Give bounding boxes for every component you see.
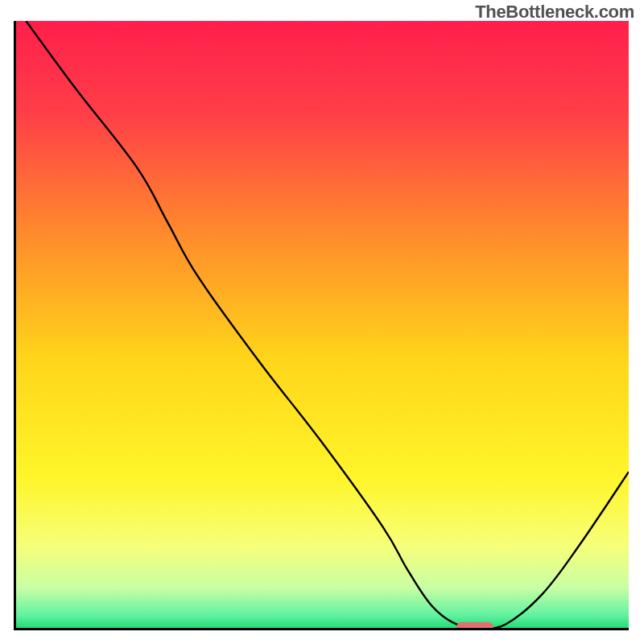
watermark-text: TheBottleneck.com <box>475 2 634 23</box>
axes-frame <box>14 21 629 630</box>
